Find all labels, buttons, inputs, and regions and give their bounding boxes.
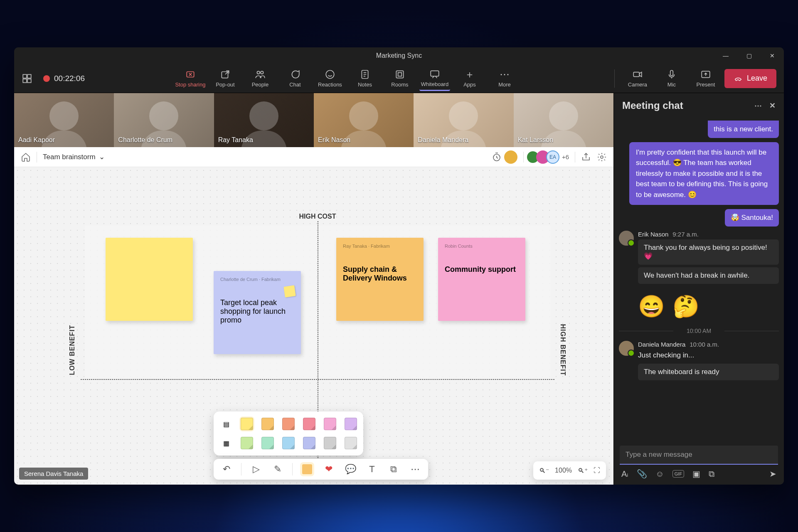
rooms-button[interactable]: Rooms [384, 66, 415, 91]
close-button[interactable]: ✕ [761, 47, 784, 64]
more-tools[interactable]: ⋯ [408, 462, 422, 476]
chat-button[interactable]: Chat [280, 66, 310, 91]
share-icon[interactable] [581, 152, 591, 162]
chat-more-icon[interactable]: ⋯ [754, 101, 762, 110]
camera-button[interactable]: Camera [622, 66, 653, 91]
record-icon [43, 75, 50, 82]
svg-point-8 [326, 70, 334, 79]
compose-area: Type a new message Aᵢ 📎 ☺ GIF ▣ ⧉ ➤ [614, 441, 784, 485]
text-tool[interactable]: T [365, 462, 379, 476]
pen-tool[interactable]: ✎ [271, 462, 285, 476]
palette-color-coral[interactable] [281, 416, 296, 431]
shape-tool[interactable]: ⧉ [387, 462, 401, 476]
popout-button[interactable]: Pop-out [210, 66, 241, 91]
participant-tile[interactable]: Aadi Kapoor [14, 93, 114, 147]
participant-strip: Aadi Kapoor Charlotte de Crum Ray Tanaka… [14, 93, 613, 147]
svg-rect-0 [23, 74, 27, 78]
window-controls: ― ▢ ✕ [714, 47, 784, 64]
palette-color-purple[interactable] [343, 416, 358, 431]
meeting-chat-panel: Meeting chat ⋯ ✕ this is a new client. I… [613, 93, 784, 485]
emoji-thinking-icon[interactable]: 🤔 [672, 294, 699, 319]
svg-rect-2 [23, 79, 27, 83]
svg-rect-13 [633, 72, 639, 77]
palette-color-yellow[interactable] [239, 416, 254, 431]
sticky-note[interactable]: Robin Counts Community support [438, 238, 525, 321]
time-divider: 10:00 AM [619, 328, 779, 334]
notes-button[interactable]: Notes [350, 66, 380, 91]
sticker-icon[interactable]: ▣ [692, 469, 700, 479]
attach-icon[interactable]: 📎 [637, 469, 647, 479]
chat-close-icon[interactable]: ✕ [769, 101, 776, 110]
undo-button[interactable]: ↶ [219, 462, 234, 476]
chat-message-outgoing[interactable]: 🤯 Santouka! [725, 209, 779, 227]
whiteboard-canvas[interactable]: HIGH COST LOW BENEFIT HIGH BENEFIT Charl… [14, 167, 613, 485]
palette-color-orange[interactable] [260, 416, 275, 431]
whiteboard-title-dropdown[interactable]: Team brainstorm ⌄ [43, 153, 105, 161]
collaborator-avatars[interactable]: EA +6 [530, 150, 569, 164]
zoom-level: 100% [555, 467, 572, 474]
emoji-picker-icon[interactable]: ☺ [655, 469, 664, 479]
axis-label-top: HIGH COST [299, 213, 336, 220]
svg-rect-12 [431, 71, 439, 76]
participant-tile[interactable]: Daniela Mandera [414, 93, 513, 147]
chat-message-outgoing[interactable]: this is a new client. [708, 121, 779, 138]
palette-color-mint[interactable] [260, 436, 275, 451]
reaction-tool[interactable]: ❤ [322, 462, 336, 476]
participant-tile[interactable]: Charlotte de Crum [114, 93, 214, 147]
axis-label-left: LOW BENEFIT [69, 325, 76, 375]
message-input[interactable]: Type a new message [620, 446, 778, 465]
chat-message-incoming[interactable]: Erik Nason9:27 a.m. Thank you for always… [619, 231, 779, 286]
ellipsis-icon: ⋯ [499, 69, 510, 80]
collaborator-avatars[interactable] [507, 150, 517, 164]
pointer-tool[interactable]: ▷ [249, 462, 263, 476]
gallery-layout-icon[interactable] [22, 73, 32, 84]
people-button[interactable]: People [245, 66, 276, 91]
zoom-in-button[interactable]: 🔍︎⁺ [578, 467, 588, 475]
avatar [619, 231, 634, 246]
palette-color-lavender[interactable] [302, 436, 317, 451]
home-icon[interactable] [21, 152, 31, 162]
emoji-grin-icon[interactable]: 😄 [638, 294, 665, 319]
sticky-note[interactable]: Ray Tanaka · Fabrikam Supply chain & Del… [336, 238, 424, 321]
reactions-button[interactable]: Reactions [315, 66, 345, 91]
minimize-button[interactable]: ― [714, 47, 737, 64]
format-icon[interactable]: Aᵢ [621, 469, 628, 479]
gif-icon[interactable]: GIF [672, 470, 684, 478]
apps-button[interactable]: ＋Apps [454, 66, 485, 91]
sticky-note[interactable] [106, 238, 193, 321]
sticky-note[interactable]: Charlotte de Crum · Fabrikam Target loca… [214, 271, 301, 354]
whiteboard-button[interactable]: Whiteboard [419, 66, 450, 91]
mic-button[interactable]: Mic [656, 66, 687, 91]
stream-icon[interactable]: ⧉ [709, 469, 714, 479]
present-button[interactable]: Present [690, 66, 721, 91]
more-button[interactable]: ⋯More [489, 66, 520, 91]
palette-color-silver[interactable] [343, 436, 358, 451]
palette-note-icon[interactable]: ▤ [219, 416, 234, 431]
participant-tile[interactable]: Kat Larsson [514, 93, 613, 147]
timer-icon[interactable] [492, 152, 502, 162]
participant-tile[interactable]: Erik Nason [314, 93, 414, 147]
stop-sharing-button[interactable]: Stop sharing [175, 66, 206, 91]
avatar [619, 341, 634, 356]
palette-color-pink[interactable] [323, 416, 337, 431]
palette-color-sky[interactable] [281, 436, 296, 451]
chat-message-outgoing[interactable]: I'm pretty confident that this launch wi… [629, 142, 779, 205]
whiteboard-header: Team brainstorm ⌄ EA +6 [14, 147, 613, 167]
participant-tile[interactable]: Ray Tanaka [214, 93, 314, 147]
send-button[interactable]: ➤ [769, 469, 776, 479]
svg-rect-3 [27, 79, 31, 83]
chat-message-incoming[interactable]: Daniela Mandera10:00 a.m. Just checking … [619, 341, 779, 383]
settings-icon[interactable] [597, 152, 607, 162]
zoom-out-button[interactable]: 🔍︎⁻ [539, 467, 549, 475]
maximize-button[interactable]: ▢ [737, 47, 761, 64]
chevron-down-icon: ⌄ [99, 153, 105, 161]
sticky-tool[interactable] [300, 462, 314, 476]
leave-button[interactable]: Leave [724, 69, 776, 88]
fit-screen-button[interactable]: ⛶ [594, 467, 600, 474]
palette-grid-icon[interactable]: ▦ [219, 436, 234, 451]
sticky-color-palette: ▤ ▦ [214, 411, 363, 456]
palette-color-red[interactable] [302, 416, 317, 431]
comment-tool[interactable]: 💬 [343, 462, 357, 476]
palette-color-gray[interactable] [323, 436, 337, 451]
palette-color-lime[interactable] [239, 436, 254, 451]
